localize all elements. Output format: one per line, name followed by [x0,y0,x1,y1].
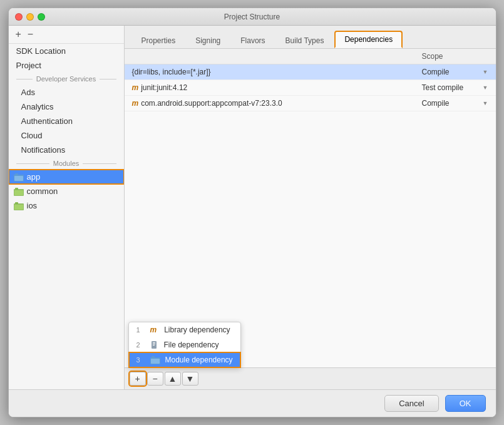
sidebar-item-authentication[interactable]: Authentication [9,114,124,128]
svg-rect-2 [15,173,18,175]
sidebar-item-sdk-location[interactable]: SDK Location [9,44,124,58]
dep-scope-junit: Test compile ▼ [414,80,496,96]
tab-dependencies[interactable]: Dependencies [334,31,403,48]
dropdown-item-library-label: Library dependency [164,325,230,334]
folder-common-icon [14,187,24,196]
dep-name-junit: m junit:junit:4.12 [125,80,414,96]
move-up-button[interactable]: ▲ [165,372,181,386]
folder-app-icon [14,173,24,182]
tab-flavors[interactable]: Flavors [231,33,274,48]
ok-button[interactable]: OK [445,395,486,412]
module-icon-appcompat: m [132,99,139,108]
scope-dropdown-chevron-3[interactable]: ▼ [483,100,488,106]
remove-dependency-button[interactable]: − [147,372,163,386]
window-controls [15,13,45,21]
sidebar-item-ads[interactable]: Ads [9,85,124,100]
svg-rect-12 [153,344,155,344]
svg-rect-6 [14,190,23,195]
svg-rect-16 [151,359,160,364]
svg-rect-15 [152,356,155,358]
minimize-button[interactable] [26,13,34,21]
maximize-button[interactable] [38,13,45,21]
sidebar-item-project[interactable]: Project [9,58,124,73]
svg-rect-3 [14,176,23,181]
sidebar-item-common-label: common [27,187,58,196]
svg-rect-8 [15,202,18,204]
scope-dropdown-chevron-2[interactable]: ▼ [483,84,488,91]
dep-name-libs: {dir=libs, include=[*.jar]} [125,64,414,80]
dropdown-item-file[interactable]: 2 File dependency [129,337,240,352]
sidebar: + − SDK Location Project Developer Servi… [9,26,125,389]
main-panel: Properties Signing Flavors Build Types D… [125,26,496,389]
sidebar-item-ios-label: ios [27,201,38,210]
sidebar-item-app[interactable]: app [9,170,124,184]
dropdown-item-num-2: 2 [136,341,145,349]
sidebar-section-developer-services: Developer Services [9,73,124,85]
sidebar-item-analytics[interactable]: Analytics [9,100,124,114]
sidebar-item-ios[interactable]: ios [9,198,124,213]
tab-signing[interactable]: Signing [186,33,230,48]
titlebar: Project Structure [9,8,496,26]
project-structure-window: Project Structure + − SDK Location Proje… [8,8,496,417]
col-name-header [125,49,414,64]
add-dependency-button[interactable]: + [130,372,146,386]
folder-ios-icon [14,202,24,210]
dependencies-content: Scope {dir=libs, include=[*.jar]} [125,49,496,367]
dropdown-item-num-3: 3 [136,356,145,364]
tab-build-types[interactable]: Build Types [276,33,334,48]
module-icon-junit: m [132,83,139,92]
move-down-button[interactable]: ▼ [182,372,198,386]
file-dep-icon [150,341,159,349]
sidebar-item-notifications[interactable]: Notifications [9,143,124,157]
sidebar-item-cloud[interactable]: Cloud [9,128,124,143]
sidebar-remove-button[interactable]: − [26,29,35,39]
library-dep-icon: m [150,325,157,334]
sidebar-item-app-label: app [27,172,41,182]
footer: Cancel OK [9,389,496,417]
dropdown-item-module[interactable]: 3 Module dependency [129,352,240,367]
col-scope-header: Scope [414,49,496,64]
add-dependency-dropdown: 1 m Library dependency 2 [128,322,241,368]
dep-scope-libs: Compile ▼ [414,64,496,80]
dropdown-item-file-label: File dependency [164,341,219,349]
window-title: Project Structure [224,13,280,21]
svg-rect-11 [153,342,155,343]
tab-properties[interactable]: Properties [132,33,185,48]
table-row[interactable]: m junit:junit:4.12 Test compile ▼ [125,80,496,96]
content-area: + − SDK Location Project Developer Servi… [9,26,496,389]
dropdown-item-num-1: 1 [136,326,145,334]
svg-rect-13 [153,345,155,346]
sidebar-toolbar: + − [9,26,124,44]
sidebar-section-modules: Modules [9,157,124,170]
sidebar-list: SDK Location Project Developer Services … [9,44,124,389]
dropdown-item-library[interactable]: 1 m Library dependency [129,322,240,337]
table-row[interactable]: m com.android.support:appcompat-v7:23.3.… [125,96,496,111]
dep-name-appcompat: m com.android.support:appcompat-v7:23.3.… [125,96,414,111]
dropdown-item-module-label: Module dependency [165,356,233,364]
bottom-toolbar: 1 m Library dependency 2 [125,367,496,389]
module-dep-icon [150,356,160,364]
svg-rect-9 [14,205,23,210]
svg-rect-5 [15,188,18,190]
dependency-table: Scope {dir=libs, include=[*.jar]} [125,49,496,111]
cancel-button[interactable]: Cancel [384,395,438,412]
tabs-bar: Properties Signing Flavors Build Types D… [125,26,496,49]
close-button[interactable] [15,13,23,21]
sidebar-add-button[interactable]: + [14,29,23,39]
table-header-row: Scope [125,49,496,64]
dep-scope-appcompat: Compile ▼ [414,96,496,111]
sidebar-item-common[interactable]: common [9,184,124,198]
table-row[interactable]: {dir=libs, include=[*.jar]} Compile ▼ [125,64,496,80]
scope-dropdown-chevron[interactable]: ▼ [483,69,488,75]
